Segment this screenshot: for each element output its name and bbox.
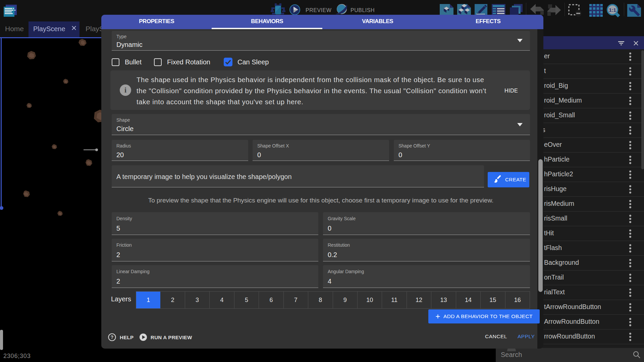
svg-text:1:1: 1:1: [609, 7, 616, 13]
svg-text:?: ?: [111, 335, 114, 340]
